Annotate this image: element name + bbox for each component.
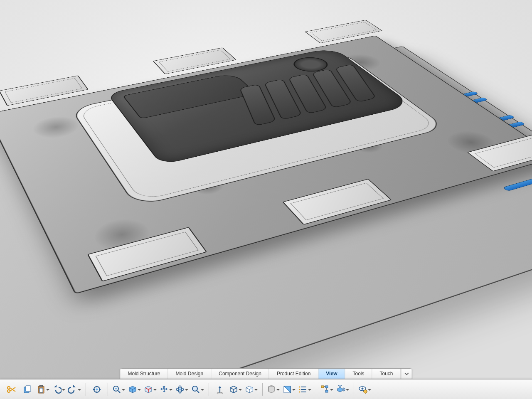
eye-gear-icon [358, 385, 367, 394]
wireframe-button[interactable] [228, 382, 243, 397]
normal-icon [215, 385, 224, 394]
toolbar-separator [86, 383, 86, 396]
section-icon [283, 385, 292, 394]
list-icon [298, 385, 308, 394]
tab-mold-design[interactable]: Mold Design [168, 369, 212, 379]
part-panel [123, 73, 257, 119]
tab-component-design[interactable]: Component Design [211, 369, 269, 379]
redo-button[interactable] [67, 382, 82, 397]
ribbon-tabbar: Mold StructureMold DesignComponent Desig… [120, 368, 412, 379]
visibility-button[interactable] [357, 382, 372, 397]
exploded-cube-icon [336, 385, 345, 394]
cube-iso-icon [245, 385, 254, 394]
scissors-icon [7, 385, 16, 394]
copy-button[interactable] [20, 382, 35, 397]
section-view-button[interactable] [282, 382, 297, 397]
part-ribs [239, 64, 377, 126]
redo-icon [68, 385, 77, 394]
tab-tools[interactable]: Tools [345, 369, 372, 379]
toolbar-separator [262, 383, 263, 396]
exploded-view-button[interactable] [335, 382, 350, 397]
isometric-button[interactable] [244, 382, 259, 397]
tab-mold-structure[interactable]: Mold Structure [120, 369, 168, 379]
chevron-down-icon [404, 371, 409, 376]
toolbar-separator [354, 383, 354, 396]
tab-view[interactable]: View [318, 369, 345, 379]
paste-button[interactable] [36, 382, 51, 397]
cube-shaded-icon [128, 385, 137, 394]
refresh-view-button[interactable] [89, 382, 104, 397]
annotations-button[interactable] [298, 382, 313, 397]
cube-axes-icon [144, 385, 153, 394]
orbit-icon [175, 385, 185, 394]
tabbar-expand-button[interactable] [401, 369, 412, 379]
pan-button[interactable] [159, 382, 174, 397]
layers-button[interactable] [266, 382, 281, 397]
tab-product-edition[interactable]: Product Edition [269, 369, 318, 379]
toolbar-separator [209, 383, 209, 396]
zoom-icon [112, 385, 121, 394]
orientation-button[interactable] [143, 382, 158, 397]
zoom-button[interactable] [111, 382, 126, 397]
normal-to-button[interactable] [212, 382, 227, 397]
model-viewport[interactable] [0, 0, 532, 399]
paste-icon [37, 385, 46, 394]
main-toolbar [0, 379, 532, 399]
magnifier-icon [191, 385, 200, 394]
zoom-window-button[interactable] [190, 382, 205, 397]
tab-touch[interactable]: Touch [372, 369, 401, 379]
toolbar-separator [108, 383, 108, 396]
cube-wire-icon [229, 385, 238, 394]
refresh-icon [92, 385, 101, 394]
copy-icon [23, 385, 32, 394]
undo-button[interactable] [52, 382, 66, 397]
cut-button[interactable] [4, 382, 19, 397]
toolbar-separator [316, 383, 316, 396]
tree-icon [320, 385, 330, 394]
rotate-button[interactable] [175, 382, 190, 397]
undo-icon [52, 385, 62, 394]
shade-mode-button[interactable] [127, 382, 142, 397]
assembly-tree-button[interactable] [320, 382, 335, 397]
cylinder-icon [267, 385, 276, 394]
pan-icon [160, 385, 169, 394]
